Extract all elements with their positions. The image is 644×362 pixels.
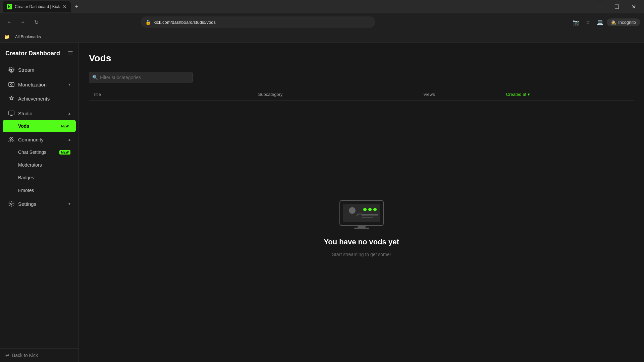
col-created-at[interactable]: Created at ▾ xyxy=(506,92,630,97)
browser-chrome: K Creator Dashboard | Kick ✕ + — ❐ ✕ ← →… xyxy=(0,0,644,43)
achievements-icon xyxy=(8,95,15,102)
back-to-kick-button[interactable]: ↩ Back to Kick xyxy=(0,348,78,362)
all-bookmarks-link[interactable]: All Bookmarks xyxy=(12,34,44,40)
minimize-button[interactable]: — xyxy=(592,0,608,13)
settings-chevron-icon: ▾ xyxy=(68,201,70,206)
incognito-label: Incognito xyxy=(618,20,636,25)
svg-point-13 xyxy=(368,208,372,211)
settings-label: Settings xyxy=(18,201,36,207)
vods-label: Vods xyxy=(18,123,56,129)
lock-icon: 🔒 xyxy=(145,19,151,25)
monetization-label: Monetization xyxy=(18,82,47,87)
empty-state: You have no vods yet Start streaming to … xyxy=(89,101,634,355)
sidebar-item-vods[interactable]: Vods NEW xyxy=(3,120,76,132)
tab-bar: K Creator Dashboard | Kick ✕ + — ❐ ✕ xyxy=(0,0,644,13)
sidebar-toggle-button[interactable]: ☰ xyxy=(68,50,73,57)
community-icon xyxy=(8,136,15,143)
app-layout: Creator Dashboard ☰ Stream xyxy=(0,43,644,362)
back-label: Back to Kick xyxy=(12,353,38,358)
sidebar-item-stream[interactable]: Stream xyxy=(3,62,76,77)
created-at-label: Created at xyxy=(506,92,527,97)
studio-section-title: Studio xyxy=(8,110,33,117)
community-chevron-icon: ▴ xyxy=(68,137,70,142)
svg-rect-10 xyxy=(343,204,380,222)
maximize-button[interactable]: ❐ xyxy=(609,0,625,13)
sidebar-section-studio[interactable]: Studio ▴ xyxy=(3,107,76,120)
sidebar-header: Creator Dashboard ☰ xyxy=(0,43,78,62)
camera-off-icon[interactable]: 📷 xyxy=(571,17,581,27)
search-icon: 🔍 xyxy=(92,75,98,80)
close-button[interactable]: ✕ xyxy=(626,0,641,13)
moderators-label: Moderators xyxy=(18,162,42,168)
back-icon: ↩ xyxy=(5,353,9,358)
settings-section-title: Settings xyxy=(8,200,36,207)
table-header: Title Subcategory Views Created at ▾ xyxy=(89,88,634,101)
badges-label: Badges xyxy=(18,175,34,180)
address-bar[interactable]: 🔒 kick.com/dashboard/studio/vods xyxy=(141,16,375,28)
sidebar-item-badges[interactable]: Badges xyxy=(3,172,76,184)
settings-icon xyxy=(8,200,15,207)
studio-label: Studio xyxy=(18,111,33,116)
stream-icon xyxy=(8,66,15,73)
sidebar-item-achievements[interactable]: Achievements xyxy=(3,91,76,106)
sidebar: Creator Dashboard ☰ Stream xyxy=(0,43,79,362)
toggle-icon: ☰ xyxy=(68,50,73,57)
main-content: Vods 🔍 Title Subcategory Views Created a… xyxy=(79,43,644,362)
monetization-chevron-icon: ▾ xyxy=(68,82,70,87)
new-tab-button[interactable]: + xyxy=(72,2,82,11)
incognito-icon: 🕵 xyxy=(611,20,616,25)
empty-state-subtitle: Start streaming to get some! xyxy=(332,252,391,257)
sidebar-item-chat-settings[interactable]: Chat Settings NEW xyxy=(3,146,76,158)
bookmark-star-icon[interactable]: ☆ xyxy=(583,17,593,27)
tab-title: Creator Dashboard | Kick xyxy=(15,4,60,9)
empty-state-illustration xyxy=(338,199,385,232)
window-controls: — ❐ ✕ xyxy=(592,0,641,13)
sidebar-title: Creator Dashboard xyxy=(5,50,60,57)
all-bookmarks-label: All Bookmarks xyxy=(15,35,41,39)
incognito-button[interactable]: 🕵 Incognito xyxy=(607,18,640,26)
svg-point-11 xyxy=(349,207,356,214)
browser-actions: 📷 ☆ 💻 🕵 Incognito xyxy=(571,17,640,27)
sidebar-item-monetization[interactable]: Monetization ▾ xyxy=(3,78,76,91)
community-section-title: Community xyxy=(8,136,44,143)
svg-rect-3 xyxy=(9,82,14,86)
filter-input[interactable] xyxy=(89,72,193,83)
sidebar-item-moderators[interactable]: Moderators xyxy=(3,159,76,171)
bookmarks-icon: 📁 xyxy=(4,34,10,40)
studio-chevron-icon: ▴ xyxy=(68,111,70,116)
achievements-label: Achievements xyxy=(18,96,70,102)
col-views: Views xyxy=(423,92,506,97)
chat-settings-label: Chat Settings xyxy=(18,149,56,155)
svg-point-0 xyxy=(10,69,12,71)
reload-button[interactable]: ↻ xyxy=(31,17,42,27)
bookmarks-bar: 📁 All Bookmarks xyxy=(0,31,644,43)
svg-point-6 xyxy=(10,138,11,139)
url-display: kick.com/dashboard/studio/vods xyxy=(154,20,371,25)
tab-close-button[interactable]: ✕ xyxy=(63,4,67,9)
col-subcategory: Subcategory xyxy=(258,92,424,97)
svg-rect-5 xyxy=(9,111,14,115)
svg-point-8 xyxy=(11,203,12,205)
chat-settings-new-badge: NEW xyxy=(59,150,70,155)
sidebar-item-emotes[interactable]: Emotes xyxy=(3,184,76,196)
stream-label: Stream xyxy=(18,67,70,73)
svg-point-4 xyxy=(11,84,12,85)
col-title: Title xyxy=(93,92,258,97)
sidebar-section-community[interactable]: Community ▴ xyxy=(3,133,76,146)
vods-new-badge: NEW xyxy=(59,124,70,128)
filter-bar: 🔍 xyxy=(89,72,634,83)
sort-chevron-icon: ▾ xyxy=(528,92,530,97)
empty-state-title: You have no vods yet xyxy=(324,238,399,246)
studio-icon xyxy=(8,110,15,117)
sidebar-section-settings[interactable]: Settings ▾ xyxy=(3,197,76,210)
device-icon[interactable]: 💻 xyxy=(595,17,605,27)
back-button[interactable]: ← xyxy=(4,17,15,27)
active-tab[interactable]: K Creator Dashboard | Kick ✕ xyxy=(3,1,71,12)
emotes-label: Emotes xyxy=(18,188,34,193)
monetization-icon xyxy=(8,81,15,88)
address-bar-row: ← → ↻ 🔒 kick.com/dashboard/studio/vods 📷… xyxy=(0,13,644,31)
svg-rect-18 xyxy=(354,228,369,229)
forward-button[interactable]: → xyxy=(17,17,28,27)
page-title: Vods xyxy=(89,53,634,64)
svg-rect-16 xyxy=(362,217,373,218)
